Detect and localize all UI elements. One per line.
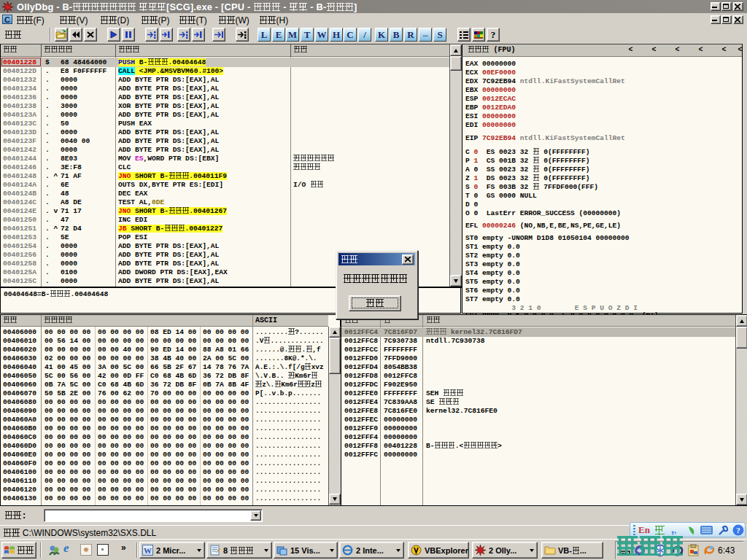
svg-text:?: ? — [736, 526, 740, 534]
